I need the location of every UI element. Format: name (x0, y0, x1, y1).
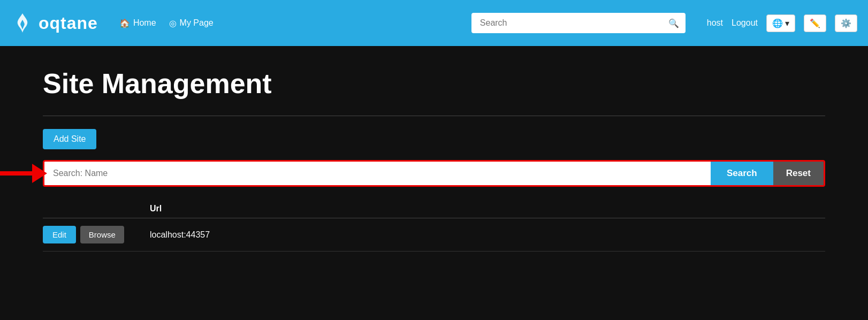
navbar: oqtane 🏠 Home ◎ My Page 🔍 host Logout 🌐 … (0, 0, 868, 46)
reset-filter-button[interactable]: Reset (773, 162, 824, 185)
sites-table: Url Edit Browse localhost:44357 (43, 200, 825, 252)
logo-text: oqtane (39, 13, 98, 33)
edit-button[interactable]: ✏️ (804, 14, 826, 32)
logo-icon (11, 11, 34, 35)
settings-button[interactable]: ⚙️ (835, 14, 857, 32)
logo-area: oqtane (11, 11, 98, 35)
col-url-header: Url (150, 204, 825, 214)
search-row-wrapper: Search Reset (43, 160, 825, 187)
home-link[interactable]: 🏠 Home (119, 18, 156, 28)
red-arrow (0, 164, 47, 183)
navbar-search-input[interactable] (471, 13, 686, 33)
mypage-icon: ◎ (169, 18, 177, 28)
main-content: Site Management Add Site Search Reset Ur… (0, 46, 868, 320)
logout-link[interactable]: Logout (732, 18, 758, 28)
search-name-input[interactable] (44, 162, 711, 185)
home-icon: 🏠 (119, 18, 130, 28)
col-actions-header (43, 204, 150, 214)
mypage-link[interactable]: ◎ My Page (169, 18, 214, 28)
language-button[interactable]: 🌐 ▾ (766, 14, 795, 32)
mypage-label: My Page (180, 18, 214, 28)
globe-icon: 🌐 (772, 18, 783, 28)
edit-site-button[interactable]: Edit (43, 226, 76, 243)
search-filter-button[interactable]: Search (711, 162, 773, 185)
arrow-shaft (0, 171, 32, 176)
table-row: Edit Browse localhost:44357 (43, 218, 825, 252)
search-icon[interactable]: 🔍 (668, 18, 679, 28)
nav-right: host Logout 🌐 ▾ ✏️ ⚙️ (707, 14, 857, 32)
site-url-cell: localhost:44357 (150, 230, 825, 240)
chevron-down-icon: ▾ (785, 18, 789, 28)
username-label: host (707, 18, 723, 28)
browse-site-button[interactable]: Browse (80, 226, 124, 243)
page-title: Site Management (43, 67, 825, 100)
table-header: Url (43, 200, 825, 218)
gear-icon: ⚙️ (841, 18, 851, 28)
home-label: Home (133, 18, 156, 28)
nav-links: 🏠 Home ◎ My Page (119, 18, 214, 28)
url-column-label: Url (150, 204, 162, 213)
arrow-head (32, 164, 47, 183)
navbar-search-area: 🔍 (471, 13, 686, 33)
pencil-icon: ✏️ (810, 18, 820, 28)
divider (43, 116, 825, 116)
row-action-buttons: Edit Browse (43, 226, 150, 243)
search-filter-box: Search Reset (43, 160, 825, 187)
add-site-button[interactable]: Add Site (43, 129, 96, 149)
